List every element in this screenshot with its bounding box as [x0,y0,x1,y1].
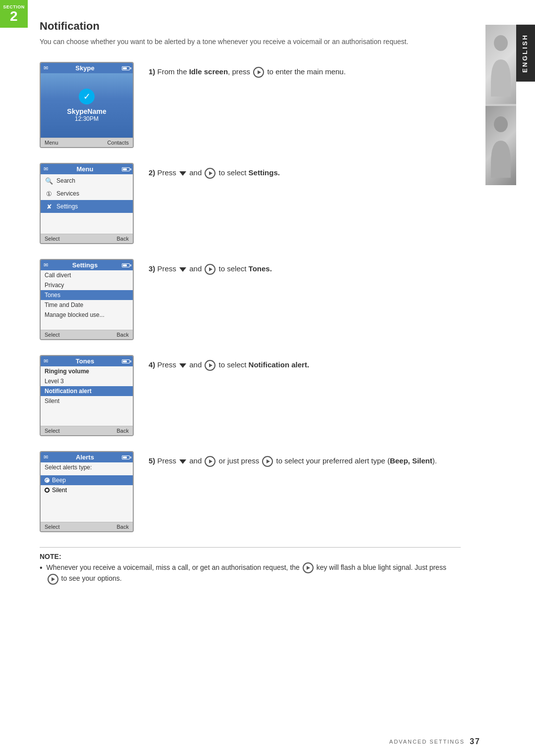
note-text: Whenever you receive a voicemail, miss a… [47,562,461,585]
footer-contacts: Contacts [107,140,129,146]
phone-footer-2: Select Back [41,234,133,243]
phone-screen-1: ✉ Skype ✓ SkypeName 12:30PM Menu Contact… [40,62,134,148]
side-tab-english: ENGLISH [516,25,535,82]
phone-screen-4: ✉ Tones Ringing volume Level 3 Notificat… [40,355,134,436]
footer-select-2: Select [45,236,60,242]
menu-screen-body: 🔍 Search ① Services ✘ Settings [41,174,133,234]
arrow-down-icon-5 [179,459,186,464]
idle-screen-body: ✓ SkypeName 12:30PM [41,73,133,138]
alerts-beep: Beep [41,475,133,485]
footer-back-4: Back [117,428,129,434]
battery-icon-1 [122,66,130,70]
radio-beep-icon [45,478,50,483]
settings-time-date: Time and Date [41,300,133,310]
svg-point-1 [494,116,508,132]
section-number: 2 [10,9,18,23]
phone-header-4: ✉ Tones [41,356,133,366]
note-divider [40,547,461,548]
arrow-down-icon-3 [179,267,186,272]
person-silhouette-top [488,32,513,97]
tones-ringing-volume: Ringing volume [41,366,133,376]
signal-icon-2: ✉ [44,166,48,172]
footer-menu: Menu [45,140,58,146]
phone-footer-3: Select Back [41,330,133,339]
page-subtitle: You can choose whether you want to be al… [40,37,461,47]
step-instruction-2: 2) Press and to select Settings. [149,163,461,179]
alerts-silent: Silent [41,485,133,495]
signal-icon-5: ✉ [44,454,48,460]
ok-button-icon-2 [205,168,215,179]
ok-button-icon-note2 [48,574,58,585]
phone-footer-5: Select Back [41,522,133,531]
radio-silent-icon [45,488,50,493]
idle-clock: 12:30PM [75,115,99,122]
note-item: • Whenever you receive a voicemail, miss… [40,562,461,585]
menu-item-settings: ✘ Settings [41,200,133,213]
section-badge: SECTION 2 [0,0,28,28]
settings-icon: ✘ [45,202,54,211]
side-photo-top [485,25,516,104]
side-photos [485,25,516,185]
menu-item-search: 🔍 Search [41,174,133,187]
phone-header-3: ✉ Settings [41,260,133,270]
phone-screen-3: ✉ Settings Call divert Privacy Tones Tim… [40,259,134,340]
phone-screen-2: ✉ Menu 🔍 Search ① Services ✘ Settings [40,163,134,244]
battery-icon-5 [122,455,130,459]
tones-silent: Silent [41,396,133,406]
screen1-title: Skype [75,64,94,72]
menu-item-services: ① Services [41,187,133,200]
settings-screen-body: Call divert Privacy Tones Time and Date … [41,270,133,330]
step-instruction-4: 4) Press and to select Notification aler… [149,355,461,371]
screen3-title: Settings [72,261,98,269]
alerts-screen-body: Select alerts type: Beep Silent [41,462,133,522]
page-title: Notification [40,20,461,33]
tones-notification-alert: Notification alert [41,386,133,396]
phone-footer-1: Menu Contacts [41,138,133,147]
settings-manage-blocked: Manage blocked use... [41,310,133,320]
search-icon: 🔍 [45,176,54,185]
step-instruction-1: 1) From the Idle screen, press to enter … [149,62,461,78]
settings-privacy: Privacy [41,280,133,290]
step-row-1: ✉ Skype ✓ SkypeName 12:30PM Menu Contact… [40,62,461,148]
footer-page-number: 37 [470,737,481,746]
battery-icon-2 [122,167,130,171]
footer-select-3: Select [45,332,60,338]
page-footer: ADVANCED SETTINGS 37 [40,737,481,746]
battery-icon-4 [122,359,130,363]
battery-icon-3 [122,263,130,267]
ok-button-icon-1 [253,67,264,78]
step-row-4: ✉ Tones Ringing volume Level 3 Notificat… [40,355,461,436]
skype-checkmark-icon: ✓ [79,89,95,104]
footer-label: ADVANCED SETTINGS [389,739,465,745]
ok-button-icon-4 [205,360,215,371]
screen4-title: Tones [76,357,94,365]
settings-call-divert: Call divert [41,270,133,280]
footer-back-3: Back [117,332,129,338]
arrow-down-icon-4 [179,363,186,368]
screen2-title: Menu [77,165,94,173]
note-title: NOTE: [40,553,461,560]
svg-point-0 [494,35,508,51]
footer-select-4: Select [45,428,60,434]
phone-header-1: ✉ Skype [41,63,133,73]
arrow-down-icon-2 [179,171,186,176]
step-instruction-3: 3) Press and to select Tones. [149,259,461,275]
skype-username: SkypeName [67,107,106,115]
phone-footer-4: Select Back [41,426,133,435]
signal-icon: ✉ [44,65,48,71]
footer-back-2: Back [117,236,129,242]
phone-header-2: ✉ Menu [41,164,133,174]
settings-tones: Tones [41,290,133,300]
step-row-2: ✉ Menu 🔍 Search ① Services ✘ Settings [40,163,461,244]
step-row-5: ✉ Alerts Select alerts type: Beep Silent… [40,451,461,532]
alerts-label: Select alerts type: [41,462,133,472]
step-row-3: ✉ Settings Call divert Privacy Tones Tim… [40,259,461,340]
phone-screen-5: ✉ Alerts Select alerts type: Beep Silent… [40,451,134,532]
side-photo-bottom [485,106,516,185]
signal-icon-4: ✉ [44,358,48,364]
ok-button-icon-note [303,562,314,573]
person-silhouette-bottom [488,113,513,178]
signal-icon-3: ✉ [44,262,48,268]
footer-back-5: Back [117,524,129,530]
phone-header-5: ✉ Alerts [41,452,133,462]
